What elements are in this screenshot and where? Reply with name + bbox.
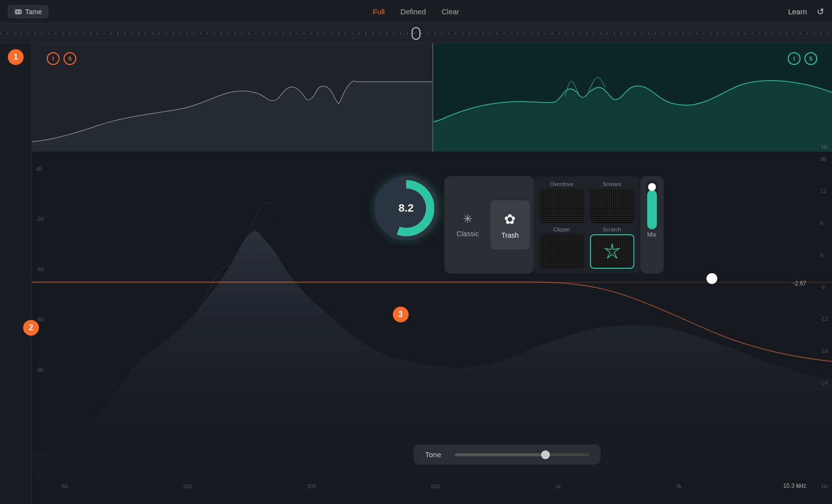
tone-label: Tone: [425, 450, 445, 459]
effect-preview-scream[interactable]: [590, 189, 634, 223]
learn-button[interactable]: Learn: [788, 7, 807, 16]
channel-controls-right: I S: [788, 52, 817, 65]
left-sidebar: 1: [0, 43, 32, 504]
tab-clear[interactable]: Clear: [442, 7, 459, 16]
mix-slider-fill: [647, 190, 657, 229]
timeline[interactable]: // Will be done with static SVG circles: [0, 24, 832, 43]
top-bar: Tame Full Defined Clear Learn ↺: [0, 0, 832, 24]
editor-area: I S I: [32, 43, 832, 504]
solo-btn-right[interactable]: S: [804, 52, 817, 65]
tone-thumb[interactable]: [541, 450, 550, 459]
freq-value-display: 10.3 kHz: [783, 482, 806, 489]
step-badge-1: 1: [8, 49, 24, 65]
spectrum-right-curve: [432, 43, 832, 152]
mix-label: Mix: [647, 231, 657, 238]
tame-button[interactable]: Tame: [8, 5, 48, 18]
scream-label: Scream: [603, 181, 621, 187]
tone-slider[interactable]: [455, 453, 589, 456]
center-tabs: Full Defined Clear: [373, 7, 459, 16]
freq-3k: 3k: [676, 483, 682, 489]
freq-600: 600: [431, 483, 440, 489]
power-btn-right[interactable]: I: [788, 52, 800, 65]
step-badge-3: 3: [393, 307, 409, 322]
trash-label: Trash: [501, 231, 518, 239]
effects-panel: Overdrive Scream Clipper: [534, 176, 640, 274]
mode-classic[interactable]: ✳ Classic: [448, 200, 487, 250]
classic-icon: ✳: [463, 212, 473, 226]
tone-panel: Tone: [414, 444, 601, 465]
mode-selector: ✳ Classic ✿ Trash: [444, 176, 534, 274]
hz-label-right: Hz: [822, 144, 828, 150]
power-btn-left[interactable]: I: [47, 52, 60, 65]
eq-node[interactable]: [706, 273, 717, 284]
tame-label: Tame: [25, 8, 42, 16]
gain-value: 8.2: [386, 189, 426, 228]
playhead[interactable]: [416, 24, 416, 43]
tone-fill: [455, 453, 548, 456]
right-controls: Learn ↺: [788, 6, 824, 17]
overdrive-label: Overdrive: [550, 181, 574, 187]
effect-scream-container: Scream: [590, 181, 634, 223]
spectrum-left-curve: [32, 43, 432, 152]
freq-60: 60: [62, 483, 67, 489]
undo-button[interactable]: ↺: [817, 6, 824, 17]
spectrum-left: I S: [32, 43, 432, 152]
effect-preview-scratch[interactable]: [590, 234, 634, 269]
hz-unit: Hz: [822, 483, 828, 489]
freq-300: 300: [307, 483, 316, 489]
effect-preview-clipper[interactable]: [540, 234, 584, 269]
effect-scratch-container: Scratch: [590, 226, 634, 269]
trash-icon: ✿: [504, 211, 515, 227]
effect-preview-overdrive[interactable]: [540, 189, 584, 223]
step-badge-2: 2: [23, 320, 39, 336]
mix-slider-thumb[interactable]: [648, 183, 656, 191]
spectrum-display: I S I: [32, 43, 832, 152]
db-value-display: -2.67: [793, 280, 806, 287]
playhead-marker: [412, 27, 420, 40]
tab-full[interactable]: Full: [373, 7, 384, 16]
freq-1k: 1k: [555, 483, 561, 489]
gain-knob-container: 8.2: [374, 176, 438, 274]
gain-knob[interactable]: 8.2: [374, 176, 438, 240]
spectrum-divider: [432, 43, 433, 152]
clipper-label: Clipper: [553, 226, 570, 232]
scratch-label: Scratch: [603, 226, 621, 232]
mix-container: Mix: [640, 176, 664, 274]
freq-axis: 60 100 300 600 1k 3k 6k: [62, 483, 802, 489]
distortion-panel: 8.2 ✳ Classic ✿ Trash: [374, 176, 664, 274]
spectrum-right: I S Hz: [432, 43, 832, 152]
freq-100: 100: [183, 483, 192, 489]
solo-btn-left[interactable]: S: [64, 52, 76, 65]
classic-label: Classic: [456, 230, 479, 238]
main-area: 1 I S: [0, 43, 832, 504]
tab-defined[interactable]: Defined: [400, 7, 426, 16]
mode-trash[interactable]: ✿ Trash: [490, 200, 530, 250]
svg-marker-4: [605, 244, 619, 258]
scratch-icon: [602, 242, 622, 261]
effect-clipper-container: Clipper: [540, 226, 584, 269]
mix-slider[interactable]: [646, 180, 658, 229]
channel-controls-left: I S: [47, 52, 76, 65]
tame-icon: [14, 8, 22, 16]
eq-area[interactable]: dB -20 -40 -60 -80 dB 12 6 0 -6 -12 -18 …: [32, 152, 832, 504]
effect-overdrive-container: Overdrive: [540, 181, 584, 223]
